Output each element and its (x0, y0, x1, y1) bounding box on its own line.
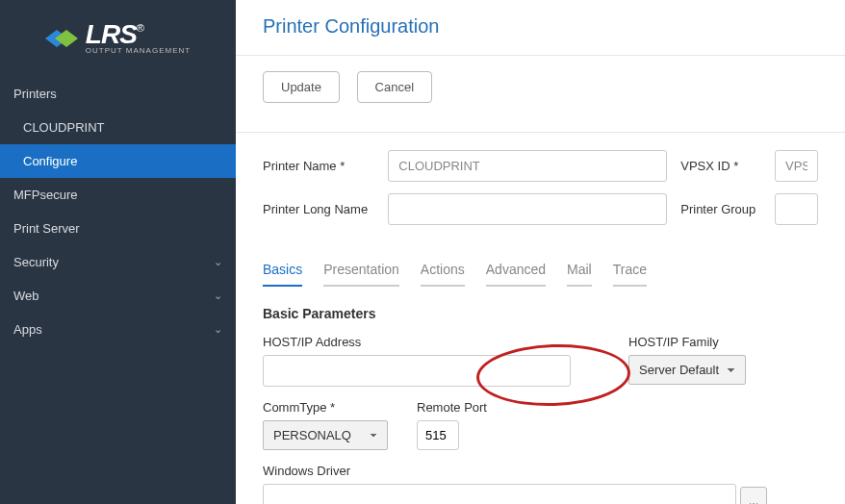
commtype-label: CommType * (263, 400, 388, 415)
sidebar-item-security[interactable]: Security⌄ (0, 245, 236, 279)
printer-name-input[interactable] (388, 150, 667, 182)
sidebar-item-printers[interactable]: Printers (0, 77, 236, 111)
printer-long-name-label: Printer Long Name (263, 202, 374, 216)
brand-text: LRS® OUTPUT MANAGEMENT (86, 22, 191, 55)
tab-advanced[interactable]: Advanced (486, 256, 546, 287)
commtype-select[interactable]: PERSONALQ (263, 420, 388, 450)
vpsx-id-input[interactable] (775, 150, 818, 182)
tab-mail[interactable]: Mail (567, 256, 592, 287)
sidebar-item-configure[interactable]: Configure (0, 144, 236, 178)
sidebar-item-mfpsecure[interactable]: MFPsecure (0, 178, 236, 212)
host-ip-family-select[interactable]: Server Default (628, 355, 746, 385)
printer-name-label: Printer Name * (263, 159, 374, 173)
printer-group-label: Printer Group (680, 202, 761, 216)
host-ip-family-label: HOST/IP Family (628, 335, 746, 349)
sidebar-item-cloudprint[interactable]: CLOUDPRINT (0, 111, 236, 144)
sidebar-item-print-server[interactable]: Print Server (0, 212, 236, 245)
tab-presentation[interactable]: Presentation (323, 256, 399, 287)
host-ip-label: HOST/IP Address (263, 335, 571, 349)
header-form: Printer Name * VPSX ID * Printer Long Na… (236, 133, 845, 246)
sidebar: LRS® OUTPUT MANAGEMENT Printers CLOUDPRI… (0, 0, 236, 504)
main-content: Printer Configuration Update Cancel Prin… (236, 0, 845, 504)
brand-logo: LRS® OUTPUT MANAGEMENT (0, 0, 236, 77)
tab-basics[interactable]: Basics (263, 256, 302, 287)
chevron-down-icon: ⌄ (214, 256, 222, 268)
tab-trace[interactable]: Trace (613, 256, 647, 287)
tab-actions[interactable]: Actions (421, 256, 465, 287)
chevron-down-icon: ⌄ (214, 323, 222, 336)
cancel-button[interactable]: Cancel (357, 71, 432, 103)
chevron-down-icon: ⌄ (214, 290, 222, 302)
windows-driver-label: Windows Driver (263, 464, 818, 478)
action-bar: Update Cancel (236, 56, 845, 133)
sidebar-nav: Printers CLOUDPRINT Configure MFPsecure … (0, 77, 236, 346)
host-ip-input[interactable] (263, 355, 571, 387)
page-title: Printer Configuration (236, 0, 845, 56)
remote-port-label: Remote Port (417, 400, 487, 415)
basic-parameters-heading: Basic Parameters (236, 287, 845, 329)
windows-driver-input[interactable] (263, 484, 736, 504)
windows-driver-browse-button[interactable]: ... (740, 487, 768, 504)
remote-port-input[interactable] (417, 420, 459, 450)
tab-bar: Basics Presentation Actions Advanced Mai… (236, 256, 845, 287)
vpsx-id-label: VPSX ID * (680, 159, 761, 173)
brand-name: LRS (86, 19, 137, 49)
sidebar-item-web[interactable]: Web⌄ (0, 279, 236, 313)
sidebar-item-apps[interactable]: Apps⌄ (0, 313, 236, 346)
printer-group-input[interactable] (775, 193, 818, 225)
update-button[interactable]: Update (263, 71, 340, 103)
logo-icon (45, 24, 78, 53)
basic-parameters-form: HOST/IP Address HOST/IP Family Server De… (236, 329, 845, 504)
printer-long-name-input[interactable] (388, 193, 667, 225)
